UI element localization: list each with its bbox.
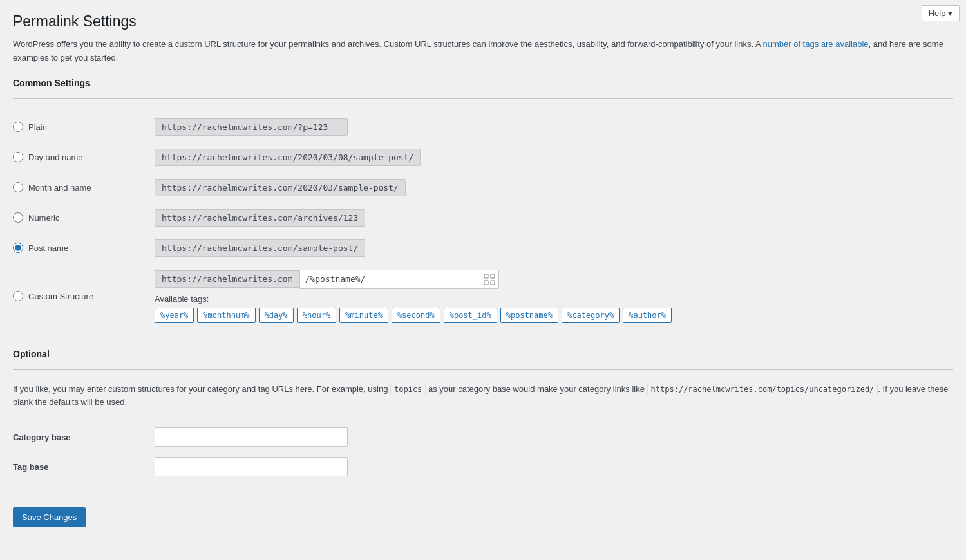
url-display-numeric: https://rachelmcwrites.com/archives/123 [155,209,365,227]
custom-structure-label-text: Custom Structure [28,292,93,301]
svg-rect-2 [484,281,488,285]
option-label-text-post_name: Post name [28,243,68,253]
option-row-month_and_name: Month and name https://rachelmcwrites.co… [13,173,953,203]
option-label-plain[interactable]: Plain [13,122,142,132]
svg-rect-3 [491,281,495,285]
common-settings-title: Common Settings [13,78,953,88]
custom-structure-label[interactable]: Custom Structure [13,291,142,301]
custom-structure-base-url: https://rachelmcwrites.com [155,270,299,288]
optional-desc-middle: as your category base would make your ca… [426,384,647,394]
example-url-code: https://rachelmcwrites.com/topics/uncate… [647,384,878,395]
page-title: Permalink Settings [13,13,953,30]
tag-button-postname[interactable]: %postname% [500,308,558,323]
custom-structure-input[interactable] [299,270,499,289]
custom-structure-radio[interactable] [13,291,23,301]
radio-numeric[interactable] [13,212,23,223]
svg-rect-0 [484,274,488,278]
tag-button-day[interactable]: %day% [259,308,294,323]
category_base-input[interactable] [155,427,348,447]
optional-row-category_base: Category base [13,422,953,452]
save-changes-button[interactable]: Save Changes [13,507,86,527]
svg-rect-1 [491,274,495,278]
tag_base-input[interactable] [155,457,348,476]
help-button[interactable]: Help ▾ [922,5,960,21]
tag-button-monthnum[interactable]: %monthnum% [197,308,255,323]
custom-structure-row: Custom Structure https://rachelmcwrites.… [13,263,953,330]
common-settings-table: Plain https://rachelmcwrites.com/?p=123 … [13,112,953,330]
optional-title: Optional [13,349,953,359]
option-row-day_and_name: Day and name https://rachelmcwrites.com/… [13,142,953,173]
tag-button-second[interactable]: %second% [392,308,440,323]
tags-available-link[interactable]: number of tags are available [762,39,868,49]
url-display-month_and_name: https://rachelmcwrites.com/2020/03/sampl… [155,179,406,196]
custom-structure-input-wrap: https://rachelmcwrites.com [155,270,953,289]
option-label-text-month_and_name: Month and name [28,183,91,192]
radio-day_and_name[interactable] [13,152,23,162]
option-row-post_name: Post name https://rachelmcwrites.com/sam… [13,233,953,263]
optional-row-tag_base: Tag base [13,452,953,481]
tag-button-post_id[interactable]: %post_id% [444,308,497,323]
radio-month_and_name[interactable] [13,182,23,192]
tag-button-year[interactable]: %year% [155,308,194,323]
optional-description: If you like, you may enter custom struct… [13,383,953,410]
option-label-month_and_name[interactable]: Month and name [13,182,142,192]
radio-post_name[interactable] [13,243,23,253]
option-label-numeric[interactable]: Numeric [13,212,142,223]
optional-desc-before: If you like, you may enter custom struct… [13,384,390,394]
option-label-post_name[interactable]: Post name [13,243,142,253]
url-display-post_name: https://rachelmcwrites.com/sample-post/ [155,239,365,257]
url-display-day_and_name: https://rachelmcwrites.com/2020/03/08/sa… [155,149,421,166]
option-label-day_and_name[interactable]: Day and name [13,152,142,162]
tag-button-category[interactable]: %category% [562,308,620,323]
optional-field-label-category_base: Category base [13,422,155,452]
radio-plain[interactable] [13,122,23,132]
option-label-text-numeric: Numeric [28,213,59,223]
topics-code: topics [390,384,426,395]
optional-divider [13,369,953,370]
optional-field-label-tag_base: Tag base [13,452,155,481]
section-divider [13,98,953,99]
option-label-text-day_and_name: Day and name [28,153,83,162]
custom-structure-field-wrap [299,270,499,289]
tag-button-author[interactable]: %author% [623,308,672,323]
tags-row: %year%%monthnum%%day%%hour%%minute%%seco… [155,308,953,323]
available-tags-label: Available tags: [155,294,953,304]
grid-icon[interactable] [484,274,495,285]
url-display-plain: https://rachelmcwrites.com/?p=123 [155,118,348,136]
optional-table: Category base Tag base [13,422,953,481]
intro-text-before: WordPress offers you the ability to crea… [13,39,762,49]
optional-section: Optional If you like, you may enter cust… [13,349,953,482]
tag-button-hour[interactable]: %hour% [297,308,336,323]
intro-paragraph: WordPress offers you the ability to crea… [13,38,953,65]
tag-button-minute[interactable]: %minute% [339,308,388,323]
option-row-numeric: Numeric https://rachelmcwrites.com/archi… [13,203,953,233]
option-label-text-plain: Plain [28,122,47,132]
option-row-plain: Plain https://rachelmcwrites.com/?p=123 [13,112,953,142]
